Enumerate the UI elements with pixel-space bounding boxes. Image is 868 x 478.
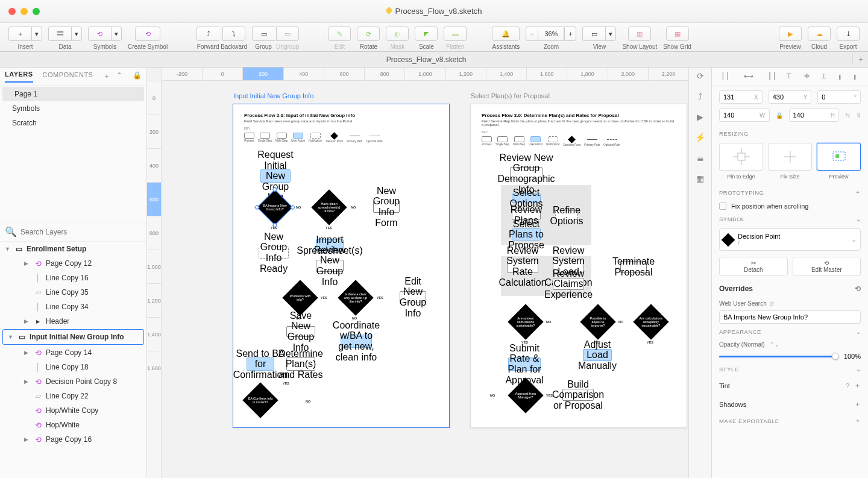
node-demo[interactable]: Review New Group Demographic Info [510, 167, 542, 180]
layer-row[interactable]: ▶⟲Decision Point Copy 8 [0, 374, 146, 389]
artboard-input-initial[interactable]: Input Initial New Group Info Process Flo… [233, 104, 450, 428]
caret-icon[interactable]: ▶ [24, 379, 30, 385]
expand-icon[interactable]: ⌄ [856, 216, 861, 222]
layer-row[interactable]: │Line Copy 18 [0, 360, 146, 374]
cloud-button[interactable]: ☁ [808, 27, 831, 41]
help-icon[interactable]: ? [846, 382, 849, 389]
artboard-select-plans[interactable]: Select Plan(s) for Proposal Process Flow… [470, 104, 687, 428]
page-item[interactable]: Scratch [0, 116, 146, 130]
distribute-v-icon[interactable]: ⫿ [854, 73, 857, 80]
symbols-menu[interactable]: ▾ [111, 27, 122, 41]
expand-icon[interactable]: ⌄ [856, 366, 861, 373]
node-edit[interactable]: Edit New Group Info [400, 291, 426, 303]
zoom-in[interactable]: + [564, 27, 576, 41]
document-tab[interactable]: Process_Flow_v8.sketch [0, 55, 852, 64]
node-submit[interactable]: Submit Rate & Plan for Approval [508, 357, 541, 371]
tint-row[interactable]: Tint?＋ [712, 376, 868, 395]
data-menu[interactable]: ▾ [71, 27, 82, 41]
align-right-icon[interactable]: ▕▕ [765, 72, 775, 80]
fix-position-row[interactable]: Fix position when scrolling [712, 200, 868, 212]
pin-to-edge[interactable]: Pin to Edge [719, 143, 763, 171]
node-confirm[interactable]: BA Confirms info is correct? [242, 382, 278, 418]
add-prototype-icon[interactable]: ＋ [855, 189, 861, 197]
layer-row[interactable]: ▼▭Enrollment Setup [0, 242, 146, 256]
align-top-icon[interactable]: ⊤ [786, 72, 792, 80]
lock-icon[interactable]: 🔒 [133, 71, 142, 81]
node-build[interactable]: Build Comparison or Proposal [562, 389, 594, 401]
x-field[interactable]: 131X [719, 90, 763, 104]
align-hcenter-icon[interactable]: ⟷ [744, 72, 753, 80]
distribute-h-icon[interactable]: ⫿ [838, 73, 842, 80]
node-form[interactable]: New Group Info Form [373, 201, 400, 213]
y-field[interactable]: 430Y [769, 90, 812, 104]
resize-preview[interactable]: Preview [817, 143, 861, 171]
layer-row[interactable]: ▶⟲Page Copy 16 [0, 432, 146, 447]
align-bottom-icon[interactable]: ⊥ [821, 72, 827, 80]
layer-row[interactable]: ▶⟲Page Copy 14 [0, 345, 146, 360]
rotation-field[interactable]: 0° [817, 90, 861, 104]
align-icon[interactable]: ≣ [697, 153, 704, 163]
show-grid-button[interactable]: ▦ [666, 27, 689, 41]
page-item[interactable]: Page 1 [2, 87, 144, 101]
layer-row[interactable]: │Line Copy 34 [0, 300, 146, 314]
layer-row[interactable]: │Line Copy 16 [0, 271, 146, 285]
export-button[interactable]: ⤓ [837, 27, 860, 41]
symbols-button[interactable]: ⟲ [88, 27, 111, 41]
layer-row[interactable]: ▶▸Header [0, 314, 146, 329]
canvas[interactable]: -20002004006008001,0001,2001,4001,6001,8… [147, 68, 688, 478]
caret-icon[interactable]: ▶ [24, 350, 30, 356]
node-refine[interactable]: Refine Options [555, 210, 578, 221]
node-adjust[interactable]: Possible to adjust to improve? [580, 304, 615, 339]
add-tab[interactable]: ＋ [852, 54, 868, 64]
node-selprop[interactable]: Select Plans to Propose [512, 228, 541, 241]
caret-icon[interactable]: ▶ [24, 318, 30, 324]
view-menu[interactable]: ▾ [605, 27, 616, 41]
node-adjload[interactable]: Adjust Load Manually [583, 349, 612, 361]
forward-button[interactable]: ⤴ [197, 27, 219, 41]
assistants-button[interactable]: 🔔 [492, 27, 520, 41]
view-button[interactable]: ▭ [582, 27, 605, 41]
caret-icon[interactable]: ▼ [5, 246, 11, 252]
node-coord[interactable]: Coordinate w/BA to get new, clean info [341, 335, 372, 348]
components-tab[interactable]: COMPONENTS [43, 71, 93, 82]
height-field[interactable]: 140H [789, 108, 840, 122]
dropdown-icon[interactable]: ⌃⌄ [770, 341, 779, 348]
edit-master-button[interactable]: ⟲Edit Master [793, 257, 861, 276]
node-review[interactable]: Review New Group Info [316, 260, 344, 272]
scale-button[interactable]: ◤ [415, 27, 438, 41]
node-send-ba[interactable]: Send to BA for Confirmation [247, 357, 274, 371]
node-calcs[interactable]: Are calculations acceptably sustainable? [633, 304, 668, 339]
search-input[interactable] [20, 228, 142, 236]
artboard-title[interactable]: Select Plan(s) for Proposal [471, 92, 550, 99]
node-clean-ss[interactable]: Have clean spreadsheet(s) of info? [311, 189, 347, 225]
node-sysrate[interactable]: Review System Rate Calculation [507, 260, 538, 273]
layer-row[interactable]: ⟲Hop/White [0, 418, 146, 432]
node-claims[interactable]: Review Claims Experience [553, 278, 584, 290]
zoom-value[interactable]: 36% [538, 27, 564, 41]
upload-icon[interactable]: ⤴ [698, 92, 702, 101]
reset-overrides-icon[interactable]: ⟲ [855, 285, 861, 293]
bolt-icon[interactable]: ⚡ [695, 133, 705, 142]
preview-button[interactable]: ▶ [779, 27, 802, 41]
flip-v-icon[interactable]: ⥮ [856, 112, 861, 119]
layer-row[interactable]: ▶⟲Page Copy 12 [0, 256, 146, 271]
align-left-icon[interactable]: ▏▏ [723, 72, 732, 80]
create-symbol-button[interactable]: ⟲ [135, 27, 160, 41]
node-syssus[interactable]: Are system calculations sustainable? [508, 304, 543, 339]
insert-button[interactable]: ＋ [8, 27, 31, 41]
slider-thumb[interactable] [832, 353, 839, 360]
opacity-slider[interactable] [719, 356, 839, 357]
layers-tab[interactable]: LAYERS [5, 71, 33, 83]
zoom-out[interactable]: − [526, 27, 538, 41]
width-field[interactable]: 140W [719, 108, 770, 122]
ungroup-button[interactable]: ▭ [276, 27, 299, 41]
layer-row[interactable]: ⟲Hop/White Copy [0, 403, 146, 418]
edit-button[interactable]: ✎ [328, 27, 351, 41]
node-terminate[interactable]: Terminate Proposal [620, 261, 647, 273]
page-item[interactable]: Symbols [0, 101, 146, 116]
show-layout-button[interactable]: ▥ [628, 27, 651, 41]
detach-button[interactable]: ✂Detach [719, 257, 788, 276]
node-selopt[interactable]: Select Options [512, 193, 541, 203]
layer-row[interactable]: ▱Line Copy 22 [0, 389, 146, 403]
checkbox[interactable] [719, 203, 726, 210]
